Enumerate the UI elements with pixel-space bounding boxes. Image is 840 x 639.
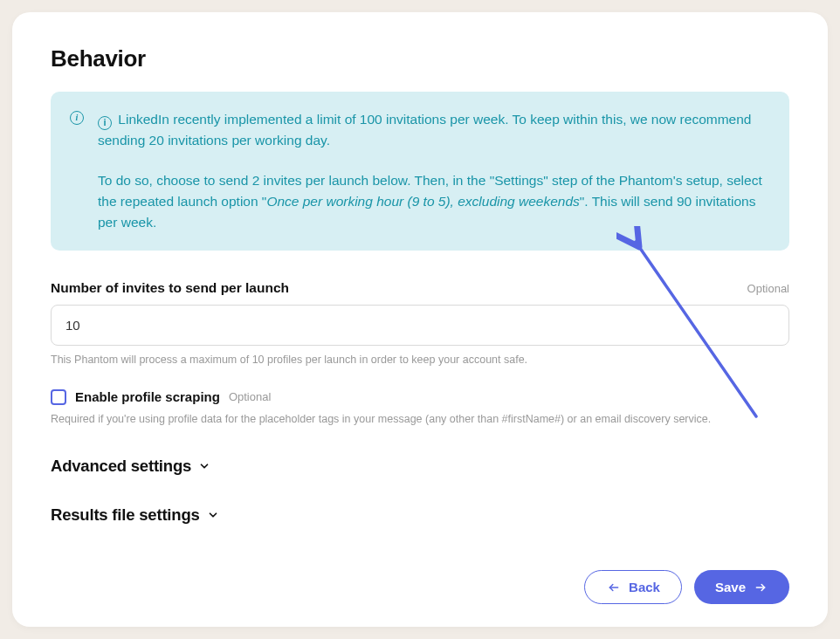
info-icon: i: [70, 111, 84, 125]
advanced-settings-toggle[interactable]: Advanced settings: [51, 457, 789, 476]
info-paragraph-2: To do so, choose to send 2 invites per l…: [98, 170, 768, 233]
invites-input[interactable]: [51, 305, 789, 346]
invites-field-header: Number of invites to send per launch Opt…: [51, 280, 789, 296]
arrow-right-icon: [753, 581, 768, 594]
invites-field-group: Number of invites to send per launch Opt…: [51, 280, 789, 368]
info-paragraph-1: i LinkedIn recently implemented a limit …: [98, 109, 768, 151]
back-button[interactable]: Back: [584, 570, 682, 604]
back-button-label: Back: [629, 580, 660, 594]
arrow-left-icon: [606, 581, 622, 594]
invites-optional-badge: Optional: [747, 282, 789, 295]
invites-help-text: This Phantom will process a maximum of 1…: [51, 353, 789, 368]
scraping-label: Enable profile scraping: [75, 389, 220, 404]
scraping-checkbox[interactable]: [51, 389, 66, 405]
footer-actions: Back Save: [584, 570, 789, 604]
results-file-settings-toggle[interactable]: Results file settings: [51, 505, 789, 525]
info-inline-icon: i: [98, 116, 112, 130]
scraping-optional-badge: Optional: [229, 390, 271, 403]
scraping-help-text: Required if you're using profile data fo…: [51, 412, 789, 428]
page-title: Behavior: [51, 45, 789, 72]
scraping-checkbox-row: Enable profile scraping Optional: [51, 389, 789, 405]
invites-field-label: Number of invites to send per launch: [51, 280, 289, 296]
save-button-label: Save: [715, 580, 746, 594]
chevron-down-icon: [207, 509, 219, 521]
behavior-card: Behavior i i LinkedIn recently implement…: [12, 12, 828, 627]
info-banner: i i LinkedIn recently implemented a limi…: [51, 92, 789, 251]
results-settings-label: Results file settings: [51, 505, 200, 525]
chevron-down-icon: [198, 460, 210, 472]
save-button[interactable]: Save: [694, 570, 789, 604]
advanced-settings-label: Advanced settings: [51, 457, 191, 476]
